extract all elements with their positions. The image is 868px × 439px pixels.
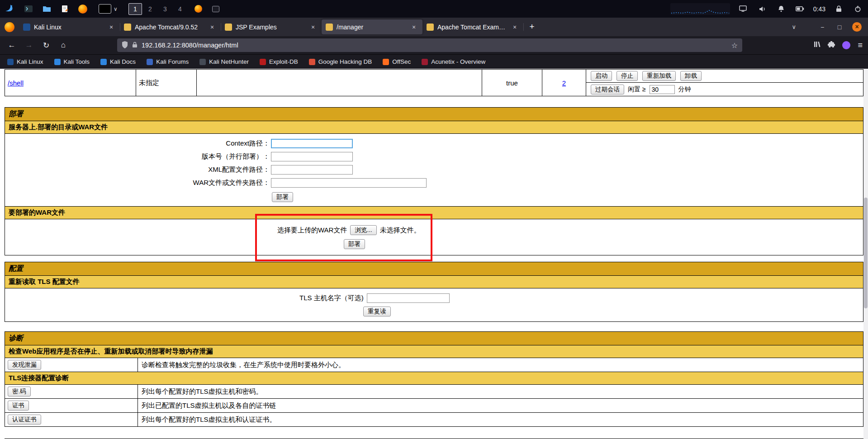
war-path-input[interactable] [271,178,427,188]
list-all-tabs-icon[interactable]: ∨ [792,24,796,30]
browse-button[interactable]: 浏览... [350,225,376,235]
context-path-label: Context路径： [5,139,271,148]
url-bar[interactable]: 192.168.2.12:8080/manager/html ☆ [117,38,742,52]
file-manager-icon[interactable] [41,3,52,15]
reload-button[interactable]: ↻ [40,39,52,52]
stop-button[interactable]: 停止 [617,71,638,81]
bookmark-kali-linux[interactable]: Kali Linux [7,58,43,65]
trusted-certificates-button[interactable]: 认证证书 [8,415,41,425]
expire-sessions-button[interactable]: 过期会话 [591,85,624,94]
kali-favicon [23,24,30,31]
bookmark-kali-nethunter[interactable]: Kali NetHunter [199,58,249,65]
extensions-puzzle-icon[interactable] [828,41,835,50]
bookmark-kali-tools[interactable]: Kali Tools [54,58,90,65]
firefox-launcher-icon[interactable] [77,3,89,15]
tab-close-icon[interactable]: × [409,23,418,32]
tab-jsp-examples[interactable]: JSP Examples × [221,19,322,34]
bookmark-label: OffSec [392,58,411,65]
kali-logo-icon[interactable] [5,3,16,15]
library-icon[interactable] [813,41,821,50]
battery-icon[interactable] [794,3,806,15]
upload-deploy-button[interactable]: 部署 [344,239,365,249]
page-scrollbar-track[interactable] [863,69,868,439]
deploy-button[interactable]: 部署 [272,192,293,202]
ciphers-description: 列出每个配置好的TLS虚拟主机和密码。 [142,387,263,395]
tomcat-favicon [225,24,232,31]
terminal-selector[interactable]: ∨ [99,4,118,14]
section-diagnostics-title: 诊断 [5,331,863,345]
bookmark-kali-docs[interactable]: Kali Docs [100,58,136,65]
app-running-value: true [506,79,518,87]
find-leaks-button[interactable]: 发现泄漏 [8,360,41,370]
forward-button[interactable]: → [23,39,35,52]
exploit-db-icon [260,59,266,65]
minutes-label: 分钟 [678,85,691,94]
idle-minutes-input[interactable] [650,85,675,94]
certificates-button[interactable]: 证书 [8,401,29,411]
page-scrollbar-thumb[interactable] [864,198,868,308]
workspace-2[interactable]: 2 [143,3,157,15]
tab-close-icon[interactable]: × [208,23,217,32]
leak-description: 诊断检查将触发完整的垃圾收集，在生产系统中使用时要格外小心。 [142,361,345,368]
terminal-app-icon[interactable] [23,3,34,15]
trusted-certificates-description: 列出每个配置好的TLS虚拟主机和认证证书。 [142,415,276,423]
section-leak-check-sub: 检查Web应用程序是否在停止、重新加载或取消部署时导致内存泄漏 [5,345,863,358]
screen: ∨ 1 2 3 4 [0,0,868,439]
context-path-input[interactable] [271,139,353,148]
tab-kali-linux[interactable]: Kali Linux × [19,19,120,34]
firefox-window-task-icon[interactable] [193,4,204,14]
maximize-button[interactable]: □ [835,24,844,31]
bookmark-acunetix[interactable]: Acunetix - Overview [422,58,485,65]
site-security-lock-icon[interactable] [132,42,138,49]
clock[interactable]: 0:43 [813,5,825,13]
close-window-button[interactable]: × [852,22,862,32]
reload-app-button[interactable]: 重新加载 [642,71,676,81]
tab-close-icon[interactable]: × [308,23,318,32]
tracking-shield-icon[interactable] [122,41,128,50]
tls-host-input[interactable] [367,293,450,303]
bookmark-google-hacking-db[interactable]: Google Hacking DB [309,58,372,65]
text-editor-icon[interactable] [59,3,71,15]
tab-close-icon[interactable]: × [107,23,116,32]
tomcat-favicon [427,24,434,31]
choose-war-label: 选择要上传的WAR文件 [277,226,347,235]
proxy-extension-icon[interactable] [842,41,850,49]
url-text[interactable]: 192.168.2.12:8080/manager/html [142,42,238,49]
tab-tomcat-examples[interactable]: Apache Tomcat Examples × [422,19,523,34]
volume-icon[interactable] [756,3,768,15]
lock-screen-icon[interactable] [833,3,844,15]
table-row: 密.码 列出每个配置好的TLS虚拟主机和密码。 [5,385,863,399]
bookmark-star-icon[interactable]: ☆ [731,41,738,50]
workspace-4[interactable]: 4 [173,3,187,15]
start-button[interactable]: 启动 [591,71,612,81]
new-tab-button[interactable]: + [525,20,539,34]
table-row: 发现泄漏 诊断检查将触发完整的垃圾收集，在生产系统中使用时要格外小心。 [5,358,863,372]
undeploy-button[interactable]: 卸载 [680,71,702,81]
power-icon[interactable] [852,3,863,15]
workspace-1[interactable]: 1 [128,3,142,15]
reread-tls-button[interactable]: 重复读 [363,307,391,316]
minimize-button[interactable]: − [818,24,827,31]
xml-config-input[interactable] [271,165,353,175]
ciphers-button[interactable]: 密.码 [8,387,31,397]
version-input[interactable] [271,152,353,161]
workspace-3[interactable]: 3 [158,3,172,15]
bookmark-exploit-db[interactable]: Exploit-DB [260,58,298,65]
tab-manager-active[interactable]: /manager × [322,19,422,34]
app-path-link[interactable]: /shell [8,79,24,87]
app-sessions-link[interactable]: 2 [562,79,566,87]
tab-close-icon[interactable]: × [510,23,519,32]
menu-hamburger-icon[interactable]: ≡ [858,41,863,50]
bookmark-offsec[interactable]: OffSec [383,58,411,65]
bookmark-kali-forums[interactable]: Kali Forums [147,58,189,65]
section-config-title: 配置 [5,262,863,276]
notifications-bell-icon[interactable] [775,3,787,15]
tab-apache-tomcat[interactable]: Apache Tomcat/9.0.52 × [120,19,221,34]
home-button[interactable]: ⌂ [57,39,70,52]
ghdb-icon [309,59,315,65]
display-icon[interactable] [737,3,749,15]
firefox-logo-icon[interactable] [5,22,14,32]
xml-config-label: XML配置文件路径： [5,165,271,174]
terminal-window-task-icon[interactable] [210,4,221,14]
back-button[interactable]: ← [5,39,18,52]
